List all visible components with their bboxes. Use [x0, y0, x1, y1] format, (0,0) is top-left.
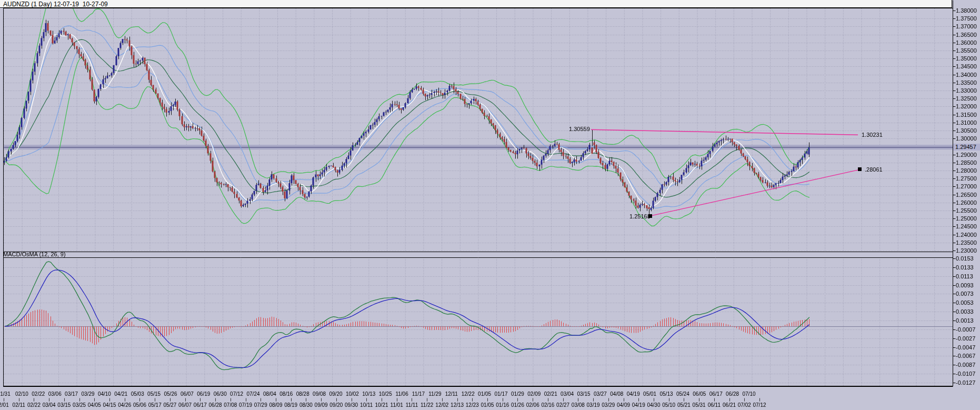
trendline-support-end-label[interactable]: .28061	[865, 166, 883, 173]
chart-title-bar[interactable]: AUDNZD (1 Day) 12-07-19_10-27-09	[0, 0, 952, 8]
chart-window: AUDNZD (1 Day) 12-07-19_10-27-09 MACD/Os…	[0, 0, 980, 410]
trendline-resistance-end-label[interactable]: 1.30231	[862, 132, 883, 138]
trendline-support-start-label[interactable]: 1.25168	[629, 213, 651, 219]
macd-indicator-label: MACD/OsMA (12, 26, 9)	[3, 251, 66, 257]
trendline-resistance-start-label[interactable]: 1.30559	[569, 126, 590, 132]
chart-title: AUDNZD (1 Day) 12-07-19_10-27-09	[3, 1, 108, 8]
price-chart-canvas[interactable]	[0, 0, 980, 410]
current-price-axis-label: 1.29457	[953, 144, 980, 151]
